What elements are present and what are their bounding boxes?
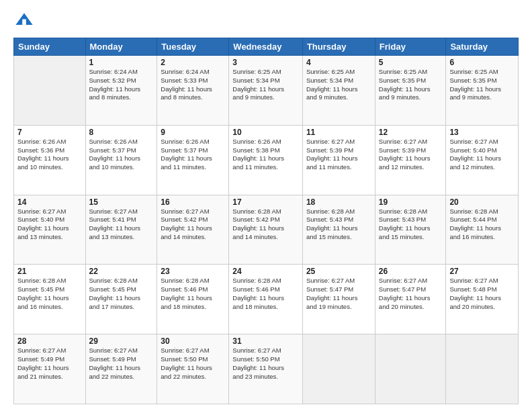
calendar-cell: 9Sunrise: 6:26 AM Sunset: 5:37 PM Daylig… [157, 125, 229, 195]
day-number: 6 [449, 58, 515, 67]
day-info: Sunrise: 6:27 AM Sunset: 5:42 PM Dayligh… [161, 208, 225, 242]
logo [13, 11, 35, 32]
day-header-friday: Friday [375, 38, 446, 56]
week-row-3: 14Sunrise: 6:27 AM Sunset: 5:40 PM Dayli… [14, 195, 519, 265]
calendar-cell: 13Sunrise: 6:27 AM Sunset: 5:40 PM Dayli… [446, 125, 519, 195]
calendar-cell: 28Sunrise: 6:27 AM Sunset: 5:49 PM Dayli… [14, 334, 86, 404]
calendar-cell: 3Sunrise: 6:25 AM Sunset: 5:34 PM Daylig… [229, 56, 303, 126]
day-info: Sunrise: 6:24 AM Sunset: 5:32 PM Dayligh… [89, 68, 154, 102]
calendar-cell: 20Sunrise: 6:28 AM Sunset: 5:44 PM Dayli… [446, 195, 519, 265]
calendar-cell [446, 334, 519, 404]
calendar-cell: 21Sunrise: 6:28 AM Sunset: 5:45 PM Dayli… [14, 265, 86, 334]
calendar-cell: 22Sunrise: 6:28 AM Sunset: 5:45 PM Dayli… [85, 265, 157, 334]
day-info: Sunrise: 6:26 AM Sunset: 5:37 PM Dayligh… [161, 138, 225, 172]
logo-icon [15, 11, 34, 30]
day-info: Sunrise: 6:27 AM Sunset: 5:50 PM Dayligh… [161, 347, 225, 381]
day-info: Sunrise: 6:25 AM Sunset: 5:34 PM Dayligh… [306, 68, 371, 102]
calendar-body: 1Sunrise: 6:24 AM Sunset: 5:32 PM Daylig… [14, 56, 519, 404]
week-row-2: 7Sunrise: 6:26 AM Sunset: 5:36 PM Daylig… [14, 125, 519, 195]
day-number: 14 [17, 197, 82, 207]
calendar-cell: 31Sunrise: 6:27 AM Sunset: 5:50 PM Dayli… [229, 334, 303, 404]
week-row-5: 28Sunrise: 6:27 AM Sunset: 5:49 PM Dayli… [14, 334, 519, 404]
week-row-1: 1Sunrise: 6:24 AM Sunset: 5:32 PM Daylig… [14, 56, 519, 126]
calendar-cell: 5Sunrise: 6:25 AM Sunset: 5:35 PM Daylig… [375, 56, 446, 126]
day-number: 19 [379, 197, 443, 207]
day-number: 21 [17, 267, 82, 276]
calendar-cell: 19Sunrise: 6:28 AM Sunset: 5:43 PM Dayli… [375, 195, 446, 265]
day-info: Sunrise: 6:26 AM Sunset: 5:37 PM Dayligh… [89, 138, 154, 172]
calendar-cell: 14Sunrise: 6:27 AM Sunset: 5:40 PM Dayli… [14, 195, 86, 265]
day-info: Sunrise: 6:28 AM Sunset: 5:42 PM Dayligh… [232, 208, 299, 242]
calendar-cell: 6Sunrise: 6:25 AM Sunset: 5:35 PM Daylig… [446, 56, 519, 126]
day-info: Sunrise: 6:27 AM Sunset: 5:39 PM Dayligh… [306, 138, 371, 172]
calendar-cell: 25Sunrise: 6:27 AM Sunset: 5:47 PM Dayli… [302, 265, 375, 334]
day-number: 11 [306, 128, 371, 137]
day-number: 27 [449, 267, 515, 276]
day-info: Sunrise: 6:25 AM Sunset: 5:35 PM Dayligh… [379, 68, 443, 102]
calendar-cell: 8Sunrise: 6:26 AM Sunset: 5:37 PM Daylig… [85, 125, 157, 195]
day-header-thursday: Thursday [302, 38, 375, 56]
calendar-cell: 29Sunrise: 6:27 AM Sunset: 5:49 PM Dayli… [85, 334, 157, 404]
calendar-cell: 26Sunrise: 6:27 AM Sunset: 5:47 PM Dayli… [375, 265, 446, 334]
calendar-cell: 2Sunrise: 6:24 AM Sunset: 5:33 PM Daylig… [157, 56, 229, 126]
day-info: Sunrise: 6:26 AM Sunset: 5:36 PM Dayligh… [17, 138, 82, 172]
calendar-cell [14, 56, 86, 126]
day-number: 28 [17, 336, 82, 346]
day-info: Sunrise: 6:24 AM Sunset: 5:33 PM Dayligh… [161, 68, 225, 102]
day-info: Sunrise: 6:25 AM Sunset: 5:34 PM Dayligh… [232, 68, 299, 102]
day-number: 18 [306, 197, 371, 207]
calendar-cell: 18Sunrise: 6:28 AM Sunset: 5:43 PM Dayli… [302, 195, 375, 265]
day-number: 22 [89, 267, 154, 276]
calendar-cell: 16Sunrise: 6:27 AM Sunset: 5:42 PM Dayli… [157, 195, 229, 265]
week-row-4: 21Sunrise: 6:28 AM Sunset: 5:45 PM Dayli… [14, 265, 519, 334]
calendar-cell: 23Sunrise: 6:28 AM Sunset: 5:46 PM Dayli… [157, 265, 229, 334]
svg-rect-1 [22, 19, 26, 25]
day-info: Sunrise: 6:28 AM Sunset: 5:46 PM Dayligh… [232, 277, 299, 311]
day-header-sunday: Sunday [14, 38, 86, 56]
day-number: 20 [449, 197, 515, 207]
day-info: Sunrise: 6:28 AM Sunset: 5:46 PM Dayligh… [161, 277, 225, 311]
day-info: Sunrise: 6:27 AM Sunset: 5:41 PM Dayligh… [89, 208, 154, 242]
day-info: Sunrise: 6:27 AM Sunset: 5:48 PM Dayligh… [449, 277, 515, 311]
day-number: 16 [161, 197, 225, 207]
day-number: 4 [306, 58, 371, 67]
day-number: 12 [379, 128, 443, 137]
calendar-cell: 1Sunrise: 6:24 AM Sunset: 5:32 PM Daylig… [85, 56, 157, 126]
day-info: Sunrise: 6:25 AM Sunset: 5:35 PM Dayligh… [449, 68, 515, 102]
day-info: Sunrise: 6:27 AM Sunset: 5:40 PM Dayligh… [449, 138, 515, 172]
calendar-cell: 10Sunrise: 6:26 AM Sunset: 5:38 PM Dayli… [229, 125, 303, 195]
calendar-cell [375, 334, 446, 404]
calendar: SundayMondayTuesdayWednesdayThursdayFrid… [13, 38, 519, 404]
day-number: 29 [89, 336, 154, 346]
day-number: 1 [89, 58, 154, 67]
calendar-cell: 11Sunrise: 6:27 AM Sunset: 5:39 PM Dayli… [302, 125, 375, 195]
day-number: 24 [232, 267, 299, 276]
day-header-tuesday: Tuesday [157, 38, 229, 56]
day-number: 25 [306, 267, 371, 276]
day-number: 17 [232, 197, 299, 207]
calendar-cell: 15Sunrise: 6:27 AM Sunset: 5:41 PM Dayli… [85, 195, 157, 265]
day-number: 15 [89, 197, 154, 207]
day-number: 31 [232, 336, 299, 346]
page: SundayMondayTuesdayWednesdayThursdayFrid… [0, 0, 532, 411]
day-number: 10 [232, 128, 299, 137]
calendar-cell: 27Sunrise: 6:27 AM Sunset: 5:48 PM Dayli… [446, 265, 519, 334]
day-info: Sunrise: 6:28 AM Sunset: 5:44 PM Dayligh… [449, 208, 515, 242]
calendar-table: SundayMondayTuesdayWednesdayThursdayFrid… [13, 38, 519, 404]
day-number: 5 [379, 58, 443, 67]
day-info: Sunrise: 6:27 AM Sunset: 5:47 PM Dayligh… [306, 277, 371, 311]
day-number: 26 [379, 267, 443, 276]
day-info: Sunrise: 6:26 AM Sunset: 5:38 PM Dayligh… [232, 138, 299, 172]
day-header-wednesday: Wednesday [229, 38, 303, 56]
day-info: Sunrise: 6:28 AM Sunset: 5:43 PM Dayligh… [306, 208, 371, 242]
day-number: 9 [161, 128, 225, 137]
header-row: SundayMondayTuesdayWednesdayThursdayFrid… [14, 38, 519, 56]
calendar-cell: 17Sunrise: 6:28 AM Sunset: 5:42 PM Dayli… [229, 195, 303, 265]
day-info: Sunrise: 6:28 AM Sunset: 5:45 PM Dayligh… [17, 277, 82, 311]
day-info: Sunrise: 6:28 AM Sunset: 5:45 PM Dayligh… [89, 277, 154, 311]
day-number: 30 [161, 336, 225, 346]
day-number: 8 [89, 128, 154, 137]
day-number: 3 [232, 58, 299, 67]
day-info: Sunrise: 6:27 AM Sunset: 5:40 PM Dayligh… [17, 208, 82, 242]
calendar-cell: 7Sunrise: 6:26 AM Sunset: 5:36 PM Daylig… [14, 125, 86, 195]
